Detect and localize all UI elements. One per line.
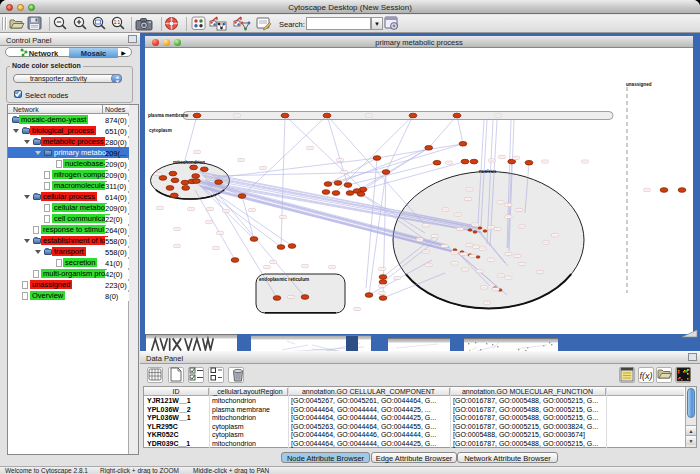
svg-text:plasma membrane: plasma membrane	[148, 113, 189, 118]
svg-text:unassigned: unassigned	[626, 82, 652, 87]
svg-text:mitochondrion: mitochondrion	[173, 160, 205, 165]
svg-text:cytoplasm: cytoplasm	[149, 128, 172, 133]
svg-text:1:1: 1:1	[114, 20, 121, 25]
svg-text:f(x): f(x)	[640, 371, 653, 381]
